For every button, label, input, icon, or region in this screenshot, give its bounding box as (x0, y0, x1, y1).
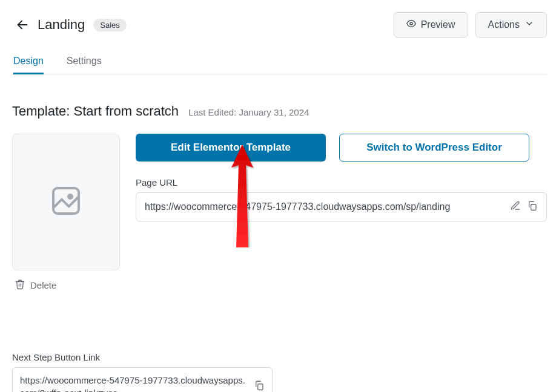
edit-url-button[interactable] (510, 200, 521, 214)
right-column: Edit Elementor Template Switch to WordPr… (136, 134, 547, 292)
delete-label: Delete (30, 280, 56, 290)
template-title: Template: Start from scratch (12, 103, 179, 119)
svg-point-1 (410, 22, 412, 25)
edit-template-button[interactable]: Edit Elementor Template (136, 134, 326, 162)
tabs: Design Settings (12, 56, 547, 74)
image-placeholder-icon (49, 184, 83, 220)
preview-column: Delete (12, 134, 120, 292)
svg-point-3 (68, 195, 72, 198)
copy-icon (254, 380, 265, 392)
page-title: Landing (38, 17, 85, 33)
last-edited: Last Edited: January 31, 2024 (188, 107, 309, 117)
preview-button[interactable]: Preview (394, 12, 468, 38)
pencil-icon (510, 200, 521, 214)
svg-rect-6 (258, 384, 263, 390)
copy-icon (527, 200, 538, 214)
switch-editor-button[interactable]: Switch to WordPress Editor (339, 134, 529, 162)
header: Landing Sales Preview Actions (12, 12, 547, 56)
copy-url-button[interactable] (527, 200, 538, 214)
chevron-down-icon (524, 19, 534, 31)
tab-settings[interactable]: Settings (67, 56, 102, 74)
delete-button[interactable]: Delete (12, 279, 120, 292)
back-arrow-icon[interactable] (16, 18, 29, 31)
header-left: Landing Sales (12, 17, 127, 33)
next-step-section: Next Step Button Link https://woocommerc… (12, 352, 547, 392)
page-url-field: https://woocommerce-547975-1977733.cloud… (136, 192, 547, 221)
actions-label: Actions (488, 19, 520, 30)
page-url-value: https://woocommerce-547975-1977733.cloud… (145, 201, 504, 212)
eye-icon (406, 19, 416, 31)
trash-icon (15, 279, 25, 292)
tab-design[interactable]: Design (13, 56, 44, 74)
next-step-value: https://woocommerce-547975-1977733.cloud… (20, 374, 248, 392)
copy-next-step-button[interactable] (254, 380, 265, 392)
status-badge: Sales (93, 19, 127, 31)
design-area: Delete Edit Elementor Template Switch to… (12, 134, 547, 292)
actions-button[interactable]: Actions (475, 12, 547, 38)
template-head: Template: Start from scratch Last Edited… (12, 103, 547, 119)
next-step-field: https://woocommerce-547975-1977733.cloud… (12, 367, 273, 392)
page-url-label: Page URL (136, 177, 547, 188)
svg-rect-4 (531, 204, 536, 211)
template-preview[interactable] (12, 134, 120, 270)
preview-label: Preview (421, 19, 455, 30)
next-step-label: Next Step Button Link (12, 352, 547, 362)
header-right: Preview Actions (394, 12, 547, 38)
action-buttons: Edit Elementor Template Switch to WordPr… (136, 134, 547, 162)
